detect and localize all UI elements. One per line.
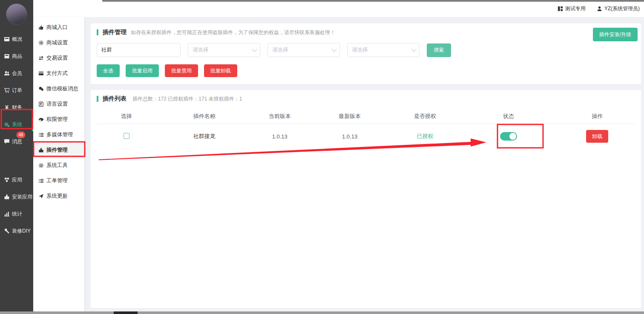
grid-icon	[558, 6, 563, 12]
menu-item-label: 交易设置	[46, 55, 68, 62]
column-header-current-version: 当前版本	[253, 112, 307, 120]
row-checkbox[interactable]	[124, 133, 129, 139]
user-icon	[597, 6, 602, 12]
menu-item-label: 语言设置	[46, 101, 68, 108]
menu-item-label: 工单管理	[46, 177, 68, 184]
top-header: 测试专用 YZ(系统管理员)	[33, 0, 644, 17]
sidebar-item-orders[interactable]: 订单	[0, 82, 33, 99]
sidebar-item-system[interactable]: 系统	[0, 116, 33, 133]
primary-sidebar: 概况 商品 会员 订单 ¥ 财务 系统 消息 48 应用 安装应用 统计 装修D…	[0, 0, 33, 314]
avatar[interactable]	[6, 3, 27, 25]
sidebar-item-goods[interactable]: 商品	[0, 48, 33, 65]
batch-enable-button[interactable]: 批量启用	[126, 64, 159, 77]
sidebar-item-overview[interactable]: 概况	[0, 31, 33, 48]
orders-icon	[4, 87, 10, 93]
select-all-button[interactable]: 全选	[97, 64, 120, 77]
menu-item-media[interactable]: 多媒体管理	[33, 127, 84, 142]
list-icon	[38, 178, 44, 184]
install-apps-icon	[4, 194, 10, 200]
sidebar-item-label: 装修DIY	[12, 228, 31, 235]
workspace-menu[interactable]: 测试专用	[558, 5, 586, 12]
toggle-knob	[509, 133, 516, 140]
sidebar-item-label: 概况	[12, 36, 22, 43]
sidebar-item-label: 会员	[12, 70, 22, 77]
menu-item-mall-settings[interactable]: 商城设置	[33, 35, 84, 50]
sidebar-item-messages[interactable]: 消息 48	[0, 133, 33, 150]
menu-item-work-orders[interactable]: 工单管理	[33, 173, 84, 188]
uninstall-button[interactable]: 卸载	[586, 130, 608, 143]
user-menu[interactable]: YZ(系统管理员)	[597, 5, 640, 12]
filter-select-2[interactable]: 请选择	[267, 43, 340, 57]
finance-icon: ¥	[4, 104, 10, 111]
status-toggle[interactable]	[500, 132, 517, 141]
sidebar-item-members[interactable]: 会员	[0, 65, 33, 82]
menu-item-system-update[interactable]: 系统更新	[33, 188, 84, 204]
select-placeholder: 请选择	[272, 46, 288, 54]
menu-item-plugin-manage[interactable]: 插件管理	[33, 142, 84, 158]
sidebar-item-apps[interactable]: 应用	[0, 171, 33, 188]
language-icon	[38, 101, 44, 107]
search-button[interactable]: 搜索	[427, 43, 451, 57]
thumb-icon	[38, 25, 44, 30]
sidebar-item-label: 财务	[12, 104, 22, 111]
filter-select-1[interactable]: 请选择	[188, 43, 260, 57]
user-label: YZ(系统管理员)	[604, 5, 640, 12]
wechat-icon	[38, 86, 44, 92]
panel-title-row: 插件管理 如存在未授权插件，您可能正在使用盗版插件，为了保障您的权益，请尽快联系…	[97, 29, 635, 36]
unauthorized-notice: 如存在未授权插件，您可能正在使用盗版插件，为了保障您的权益，请尽快联系客服处理！	[131, 29, 335, 36]
system-icon	[4, 121, 10, 127]
menu-item-label: 系统工具	[46, 162, 68, 169]
sidebar-item-diy[interactable]: 装修DIY	[0, 222, 33, 239]
column-header-latest-version: 最新版本	[307, 112, 393, 120]
title-accent-bar	[97, 29, 98, 35]
authorized-status: 已授权	[393, 133, 457, 140]
page-title: 插件管理	[103, 29, 126, 36]
sidebar-item-install-apps[interactable]: 安装应用	[0, 188, 33, 205]
message-icon	[4, 138, 10, 144]
exchange-icon	[38, 55, 44, 61]
sidebar-spacer	[0, 150, 33, 171]
sidebar-item-label: 消息	[12, 138, 22, 145]
batch-uninstall-button[interactable]: 批量卸载	[204, 64, 237, 77]
batch-disable-button[interactable]: 批量禁用	[165, 64, 198, 77]
send-icon	[38, 193, 44, 199]
select-placeholder: 请选择	[352, 46, 368, 54]
plugin-name: 社群接龙	[156, 133, 253, 140]
menu-item-language[interactable]: 语言设置	[33, 96, 84, 112]
search-filter-row: 请选择 请选择 请选择 搜索	[97, 43, 635, 57]
menu-item-mall-entry[interactable]: 商城入口	[33, 20, 84, 35]
plugin-stats: 插件总数：172 已授权插件：171 未授权插件：1	[132, 95, 242, 103]
menu-item-system-tools[interactable]: 系统工具	[33, 158, 84, 173]
filter-select-3[interactable]: 请选择	[347, 43, 420, 57]
chevron-down-icon	[331, 46, 337, 52]
menu-item-wechat-template[interactable]: 微信模板消息	[33, 81, 84, 96]
menu-item-label: 商城入口	[46, 24, 68, 31]
keyword-input[interactable]	[97, 43, 181, 57]
secondary-sidebar: 商城入口 商城设置 交易设置 支付方式 微信模板消息 语言设置 权限管理 多媒体…	[33, 17, 84, 311]
column-header-action: 操作	[560, 112, 635, 120]
sidebar-item-stats[interactable]: 统计	[0, 205, 33, 222]
apps-icon	[4, 177, 10, 183]
diy-icon	[4, 228, 10, 234]
menu-item-trade-settings[interactable]: 交易设置	[33, 50, 84, 66]
plugin-list-panel: 插件列表 插件总数：172 已授权插件：171 未授权插件：1 选择 插件名称 …	[91, 90, 641, 308]
credit-card-icon	[38, 71, 44, 76]
table-row: 社群接龙 1.0.13 1.0.13 已授权 卸载	[97, 124, 635, 149]
taskbar-segment	[114, 311, 138, 314]
list-title: 插件列表	[103, 95, 126, 103]
menu-item-label: 多媒体管理	[46, 131, 73, 138]
install-upgrade-button[interactable]: 插件安装/升级	[593, 28, 638, 41]
menu-item-label: 微信模板消息	[46, 85, 78, 92]
workspace-label: 测试专用	[565, 5, 586, 12]
members-icon	[4, 70, 10, 76]
plugin-icon	[38, 147, 44, 153]
title-accent-bar	[97, 96, 98, 102]
menu-item-label: 权限管理	[46, 116, 68, 123]
menu-item-payment[interactable]: 支付方式	[33, 66, 84, 81]
menu-item-label: 商城设置	[46, 39, 68, 46]
column-header-status: 状态	[457, 112, 560, 120]
menu-item-permissions[interactable]: 权限管理	[33, 112, 84, 127]
sidebar-item-label: 安装应用	[12, 193, 32, 201]
overview-icon	[4, 36, 10, 42]
sidebar-item-finance[interactable]: ¥ 财务	[0, 99, 33, 116]
